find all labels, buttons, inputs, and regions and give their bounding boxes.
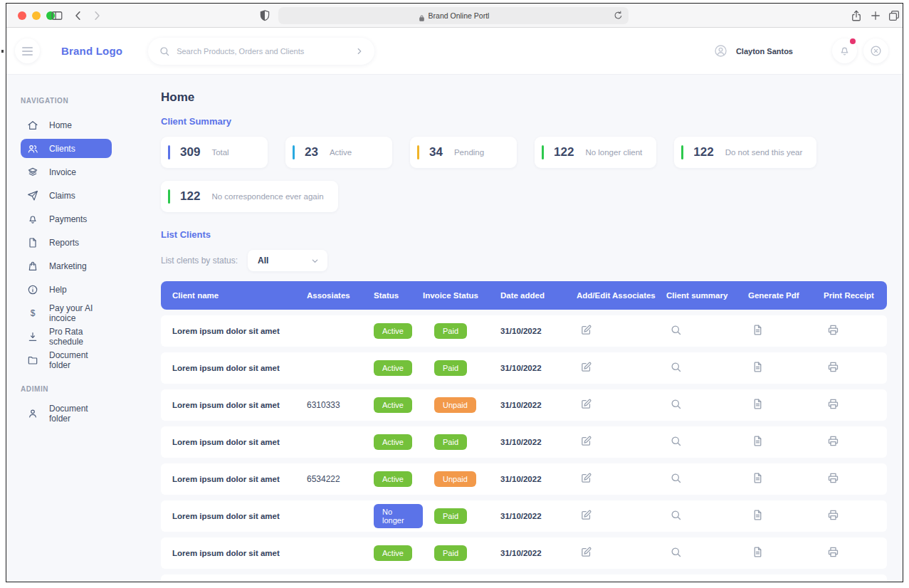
edit-icon[interactable]: [580, 546, 592, 558]
column-header: Date added: [500, 291, 577, 300]
printer-icon[interactable]: [827, 546, 839, 558]
edit-icon[interactable]: [580, 361, 592, 373]
global-search[interactable]: [148, 38, 374, 65]
page-url-title: Brand Online Portl: [429, 11, 490, 20]
column-header: Client name: [172, 291, 307, 300]
document-icon[interactable]: [752, 324, 764, 336]
svg-text:$: $: [31, 308, 36, 317]
edit-icon[interactable]: [580, 398, 592, 410]
search-icon[interactable]: [670, 509, 682, 521]
printer-icon[interactable]: [827, 472, 839, 484]
sidebar-item-home[interactable]: Home: [21, 115, 112, 135]
printer-icon[interactable]: [827, 361, 839, 373]
card-accent-bar: [293, 145, 295, 159]
column-header: Add/Edit Associates: [577, 291, 666, 300]
sidebar-item-help[interactable]: Help: [21, 280, 112, 299]
notifications-button[interactable]: [832, 38, 857, 63]
date-added: 31/10/2022: [500, 401, 577, 409]
status-filter-dropdown[interactable]: All: [248, 250, 327, 271]
sidebar-item-label: Marketing: [49, 261, 87, 271]
document-icon[interactable]: [752, 472, 764, 484]
status-badge: Active: [374, 323, 412, 339]
summary-card: 122No correspondence ever again: [161, 181, 338, 212]
sidebar-item-label: Home: [49, 120, 72, 130]
date-added: 31/10/2022: [500, 327, 577, 335]
hamburger-icon: [22, 47, 33, 56]
share-icon[interactable]: [850, 9, 863, 22]
home-icon: [27, 120, 38, 131]
address-bar[interactable]: Brand Online Portl: [278, 7, 629, 24]
table-row: Lorem ipsum dolor sit ametActivePaid31/1…: [161, 315, 887, 347]
stray-mark: [1, 50, 4, 53]
sidebar-item-document-folder[interactable]: Document folder: [21, 350, 112, 369]
menu-toggle-button[interactable]: [15, 38, 40, 63]
printer-icon[interactable]: [827, 509, 839, 521]
printer-icon[interactable]: [827, 324, 839, 336]
card-value: 122: [693, 145, 713, 159]
search-icon[interactable]: [670, 435, 682, 447]
column-header: Assosiates: [307, 291, 374, 300]
sidebar-item-payments[interactable]: Payments: [21, 209, 112, 229]
client-name: Lorem ipsum dolor sit amet: [172, 475, 307, 483]
sidebar-toggle-icon[interactable]: [51, 9, 63, 22]
edit-icon[interactable]: [580, 472, 592, 484]
search-input[interactable]: [177, 47, 354, 56]
minimize-window-button[interactable]: [32, 11, 41, 20]
sidebar-item-invoice[interactable]: Invoice: [21, 162, 112, 182]
close-window-button[interactable]: [18, 11, 26, 20]
edit-icon[interactable]: [580, 324, 592, 336]
traffic-lights: [18, 11, 55, 20]
sidebar-item-clients[interactable]: Clients: [21, 139, 112, 158]
sidebar-item-reports[interactable]: Reports: [21, 233, 112, 252]
sidebar-item-pay-ai-invoice[interactable]: $Pay your AI incoice: [21, 303, 112, 322]
edit-icon[interactable]: [580, 509, 592, 521]
tab-overview-icon[interactable]: [888, 9, 900, 22]
date-added: 31/10/2022: [500, 549, 577, 557]
user-avatar-icon[interactable]: [714, 44, 727, 58]
client-name: Lorem ipsum dolor sit amet: [172, 438, 307, 446]
table-row: Lorem ipsum dolor sit ametActiveUnpaid31…: [161, 574, 887, 582]
info-icon: [27, 284, 38, 295]
search-icon[interactable]: [670, 361, 682, 373]
status-filter-value: All: [258, 256, 268, 266]
card-label: No longer client: [585, 148, 642, 157]
sidebar-item-marketing[interactable]: Marketing: [21, 256, 112, 275]
back-icon[interactable]: [72, 9, 85, 22]
invoice-status-badge: Paid: [434, 323, 467, 339]
search-icon[interactable]: [670, 398, 682, 410]
forward-icon[interactable]: [90, 9, 103, 22]
document-icon[interactable]: [752, 509, 764, 521]
card-accent-bar: [417, 145, 419, 159]
card-accent-bar: [542, 145, 544, 159]
chevron-right-icon[interactable]: [354, 46, 364, 56]
new-tab-icon[interactable]: [869, 9, 882, 22]
brand-logo[interactable]: Brand Logo: [61, 45, 122, 57]
sidebar-item-label: Invoice: [49, 167, 76, 177]
search-icon[interactable]: [670, 324, 682, 336]
card-accent-bar: [168, 145, 170, 159]
printer-icon[interactable]: [827, 435, 839, 447]
column-header: Client summary: [666, 291, 748, 300]
printer-icon[interactable]: [827, 398, 839, 410]
sidebar-admin-nav: Document folder: [21, 404, 149, 423]
lock-icon: [418, 12, 426, 20]
search-icon[interactable]: [670, 472, 682, 484]
edit-icon[interactable]: [580, 435, 592, 447]
privacy-shield-icon[interactable]: [258, 9, 271, 22]
sidebar-item-claims[interactable]: Claims: [21, 186, 112, 205]
document-icon[interactable]: [752, 546, 764, 558]
sidebar-item-admin-document-folder[interactable]: Document folder: [21, 404, 112, 423]
close-circle-icon: [870, 45, 882, 57]
associates-value: 6310333: [307, 400, 374, 410]
date-added: 31/10/2022: [500, 512, 577, 520]
reload-icon[interactable]: [613, 10, 624, 21]
search-icon[interactable]: [670, 546, 682, 558]
document-icon[interactable]: [752, 398, 764, 410]
column-header: Status: [374, 291, 423, 300]
document-icon[interactable]: [752, 361, 764, 373]
close-session-button[interactable]: [863, 38, 888, 63]
sidebar-item-pro-rata[interactable]: Pro Rata schedule: [21, 327, 112, 346]
card-value: 23: [305, 145, 318, 159]
document-icon[interactable]: [752, 435, 764, 447]
card-label: Active: [330, 148, 352, 157]
